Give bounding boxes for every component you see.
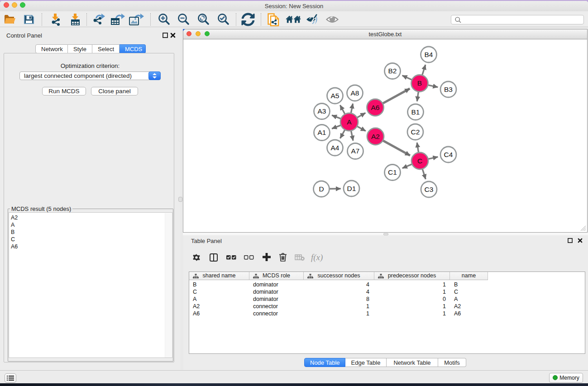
svg-text:A3: A3: [318, 107, 326, 115]
svg-text:A: A: [347, 118, 352, 126]
svg-text:B: B: [417, 79, 422, 87]
svg-text:A7: A7: [351, 147, 360, 155]
svg-text:A2: A2: [371, 133, 380, 140]
svg-text:D: D: [319, 185, 324, 193]
svg-text:C2: C2: [411, 128, 420, 136]
svg-text:A4: A4: [331, 144, 339, 152]
svg-text:B3: B3: [444, 86, 453, 93]
svg-text:A6: A6: [371, 104, 380, 111]
svg-text:C1: C1: [388, 168, 397, 176]
svg-text:A8: A8: [351, 89, 359, 97]
svg-text:C: C: [417, 157, 422, 165]
svg-text:B1: B1: [411, 108, 420, 116]
svg-text:A5: A5: [331, 92, 339, 100]
svg-text:A1: A1: [318, 129, 326, 136]
svg-text:D1: D1: [347, 185, 356, 192]
svg-text:C4: C4: [444, 151, 453, 158]
svg-text:C3: C3: [425, 186, 434, 193]
svg-text:B4: B4: [425, 51, 433, 58]
svg-text:B2: B2: [388, 67, 397, 75]
